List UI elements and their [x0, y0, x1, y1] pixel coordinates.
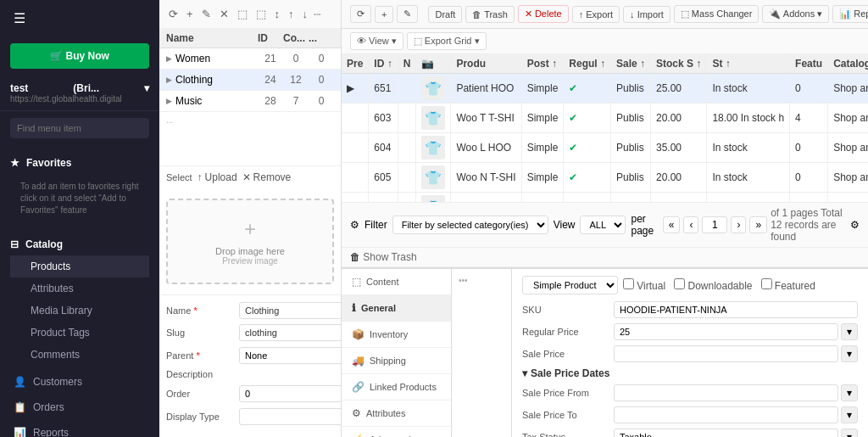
detail-item-general[interactable]: ℹGeneral: [342, 295, 451, 322]
detail-item-advanced[interactable]: ⚡Advanced: [342, 427, 451, 437]
regular-price-input[interactable]: [614, 323, 838, 340]
move-icon[interactable]: ↕: [272, 5, 283, 23]
sidebar-item-reports[interactable]: 📊 Reports: [0, 420, 159, 437]
table-row[interactable]: 603 👕 Woo T T-SHI Simple ✔ Publis 20.00 …: [342, 104, 868, 133]
detail-item-shipping[interactable]: 🚚Shipping: [342, 348, 451, 374]
col-post-type[interactable]: Post ↑: [521, 54, 564, 74]
sale-price-input[interactable]: [614, 345, 838, 362]
tax-status-input[interactable]: [614, 429, 838, 437]
order-input[interactable]: [239, 385, 342, 402]
sidebar-item-media-library[interactable]: Media Library: [10, 300, 149, 322]
export-button[interactable]: ↑ Export: [572, 6, 620, 23]
filter-settings-icon[interactable]: ⚙: [850, 219, 860, 231]
table-row[interactable]: 606 👕 Woo N HOO Simple ✔ Publis 35.00 In…: [342, 193, 868, 203]
expand-icon[interactable]: ▶: [166, 76, 172, 84]
table-row[interactable]: ▶ 651 👕 Patient HOO Simple ✔ Publis 25.0…: [342, 74, 868, 104]
table-row[interactable]: 604 👕 Woo L HOO Simple ✔ Publis 35.00 In…: [342, 133, 868, 163]
expand-icon[interactable]: ▶: [166, 97, 172, 105]
next-next-page-btn[interactable]: »: [749, 216, 767, 233]
cat-row-women[interactable]: ▶Women 21 0 0: [159, 48, 341, 70]
page-input[interactable]: [702, 216, 727, 233]
favorites-header[interactable]: ★ Favorites: [10, 152, 149, 174]
col-sale[interactable]: Sale ↑: [610, 54, 650, 74]
delete-icon[interactable]: ✕: [217, 5, 231, 23]
paste-icon[interactable]: ⬚: [253, 5, 269, 23]
detail-item-inventory[interactable]: 📦Inventory: [342, 322, 451, 348]
prev-page-btn[interactable]: ‹: [683, 216, 698, 233]
col-n[interactable]: N: [398, 54, 416, 74]
chevron-down-icon[interactable]: ▾: [144, 82, 149, 94]
hamburger-icon[interactable]: ☰: [0, 0, 159, 36]
refresh-icon[interactable]: ⟳: [166, 5, 181, 23]
addons-button[interactable]: 🔌 Addons ▾: [762, 5, 829, 23]
next-page-btn[interactable]: ›: [731, 216, 746, 233]
sale-to-input[interactable]: [614, 406, 838, 423]
buy-now-button[interactable]: 🛒 Buy Now: [10, 43, 149, 69]
featured-checkbox[interactable]: [761, 278, 772, 289]
regular-price-dropdown[interactable]: ▾: [841, 323, 858, 340]
sidebar-item-comments[interactable]: Comments: [10, 344, 149, 366]
favorites-section: ★ Favorites To add an item to favorites …: [0, 145, 159, 227]
remove-button[interactable]: ✕ Remove: [242, 171, 292, 183]
virtual-checkbox[interactable]: [623, 278, 634, 289]
sidebar-item-orders[interactable]: 📋 Orders: [0, 395, 159, 420]
name-label: Name: [166, 305, 234, 316]
filter-select[interactable]: Filter by selected category(ies): [392, 216, 548, 234]
catalog-header[interactable]: ⊟ Catalog: [10, 233, 149, 255]
upload-button[interactable]: ↑ Upload: [198, 171, 237, 183]
detail-item-content[interactable]: ⬚Content: [342, 269, 451, 295]
downloadable-checkbox[interactable]: [674, 278, 685, 289]
sidebar-item-products[interactable]: Products: [10, 255, 149, 277]
sidebar-item-customers[interactable]: 👤 Customers: [0, 369, 159, 395]
tax-status-dropdown[interactable]: ▾: [841, 429, 858, 437]
mass-changer-button[interactable]: ⬚ Mass Changer: [674, 5, 760, 23]
export-grid-button[interactable]: ⬚ Export Grid ▾: [407, 32, 487, 50]
sale-from-dropdown[interactable]: ▾: [841, 384, 858, 401]
detail-item-linked[interactable]: 🔗Linked Products: [342, 374, 451, 401]
sale-price-dropdown[interactable]: ▾: [841, 345, 858, 362]
refresh-button[interactable]: ⟳: [350, 5, 371, 23]
col-product[interactable]: Produ: [451, 54, 521, 74]
reports-button[interactable]: 📊 Reports ▾: [832, 5, 868, 23]
add-button[interactable]: +: [375, 6, 393, 23]
sale-to-dropdown[interactable]: ▾: [841, 406, 858, 423]
import-button[interactable]: ↓ Import: [623, 6, 670, 23]
cat-row-music[interactable]: ▶Music 28 7 0: [159, 91, 341, 112]
show-trash-btn[interactable]: Show Trash: [363, 251, 416, 263]
download-icon[interactable]: ↓: [300, 5, 311, 23]
col-id[interactable]: ID ↑: [369, 54, 398, 74]
view-button[interactable]: 👁 View ▾: [350, 32, 403, 50]
sidebar-item-product-tags[interactable]: Product Tags: [10, 322, 149, 344]
table-row[interactable]: 605 👕 Woo N T-SHI Simple ✔ Publis 20.00 …: [342, 163, 868, 193]
delete-button[interactable]: ✕ Delete: [518, 5, 569, 23]
sidebar-item-attributes[interactable]: Attributes: [10, 277, 149, 300]
edit-button[interactable]: ✎: [397, 5, 418, 23]
cell-id: 606: [369, 193, 398, 203]
copy-icon[interactable]: ⬚: [235, 5, 250, 23]
slug-input[interactable]: [239, 324, 342, 341]
col-st[interactable]: St ↑: [707, 54, 790, 74]
view-select[interactable]: ALL: [580, 216, 626, 234]
name-input[interactable]: [239, 302, 342, 319]
search-input[interactable]: [10, 118, 149, 138]
edit-icon[interactable]: ✎: [199, 5, 214, 23]
sale-from-input[interactable]: [614, 384, 838, 401]
display-type-input[interactable]: [239, 408, 342, 425]
col-regular[interactable]: Regul ↑: [564, 54, 611, 74]
add-icon[interactable]: +: [184, 5, 196, 23]
select-button[interactable]: Select: [166, 172, 192, 182]
parent-input[interactable]: [239, 347, 342, 364]
cat-row-clothing[interactable]: ▶Clothing 24 12 0: [159, 70, 341, 91]
general-icon: ℹ: [352, 302, 356, 314]
prev-prev-page-btn[interactable]: «: [663, 216, 681, 233]
trash-button[interactable]: 🗑 Trash: [465, 6, 515, 23]
col-stock-status[interactable]: Stock S ↑: [651, 54, 707, 74]
sale-dates-header[interactable]: ▾ Sale Price Dates: [522, 367, 858, 379]
draft-button[interactable]: Draft: [428, 6, 462, 23]
upload-icon[interactable]: ↑: [286, 5, 297, 23]
image-drop-area[interactable]: + Drop image here Preview image: [166, 199, 334, 284]
detail-item-attributes[interactable]: ⚙Attributes: [342, 401, 451, 427]
expand-icon[interactable]: ▶: [166, 54, 172, 63]
product-type-select[interactable]: Simple Product: [522, 276, 618, 294]
sku-input[interactable]: [614, 301, 858, 318]
